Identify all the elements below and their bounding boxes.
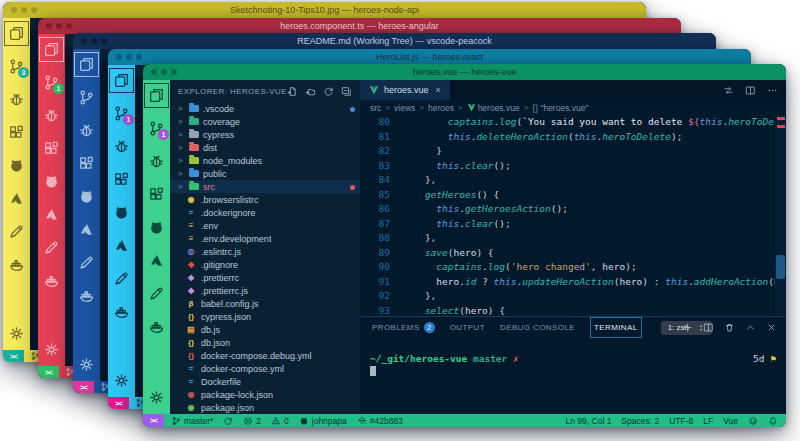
extensions-icon[interactable] bbox=[148, 186, 165, 203]
status-item-ln-99-col-1[interactable]: Ln 99, Col 1 bbox=[566, 416, 612, 426]
window-controls[interactable] bbox=[81, 38, 107, 44]
debug-icon[interactable] bbox=[113, 138, 130, 155]
folder-row-cypress[interactable]: >cypress bbox=[170, 128, 360, 141]
minimize-window-button[interactable] bbox=[56, 23, 62, 29]
github-icon[interactable] bbox=[113, 204, 130, 221]
remote-indicator[interactable]: >< bbox=[38, 366, 59, 378]
extensions-icon[interactable] bbox=[113, 171, 130, 188]
pen-icon[interactable] bbox=[78, 254, 95, 271]
titlebar[interactable]: HeroList.js — heroes-react bbox=[108, 49, 751, 65]
file-row-db.js[interactable]: ▤db.js bbox=[170, 323, 360, 336]
source-control-icon[interactable]: 1 bbox=[148, 120, 165, 137]
titlebar[interactable]: Sketchnoting-10-Tips10.jpg — heroes-node… bbox=[3, 2, 646, 18]
close-window-button[interactable] bbox=[11, 7, 17, 13]
status-item[interactable] bbox=[748, 416, 758, 426]
folder-row-coverage[interactable]: >coverage bbox=[170, 115, 360, 128]
minimize-window-button[interactable] bbox=[91, 38, 97, 44]
status-item-utf-8[interactable]: UTF-8 bbox=[669, 416, 693, 426]
status-item-vue[interactable]: Vue bbox=[723, 416, 738, 426]
more-icon[interactable] bbox=[767, 85, 778, 96]
docker-icon[interactable] bbox=[43, 272, 60, 289]
panel-tab-output[interactable]: OUTPUT bbox=[450, 317, 485, 338]
file-row-Dockerfile[interactable]: ≈Dockerfile bbox=[170, 375, 360, 388]
file-row-babel.config.js[interactable]: βbabel.config.js bbox=[170, 297, 360, 310]
status-item-2[interactable]: 2 bbox=[243, 416, 261, 426]
files-icon[interactable] bbox=[8, 25, 25, 42]
folder-row-node_modules[interactable]: >node_modules bbox=[170, 154, 360, 167]
titlebar[interactable]: README.md (Working Tree) — vscode-peacoc… bbox=[73, 33, 716, 49]
collapse-all-icon[interactable] bbox=[341, 86, 352, 97]
status-item[interactable] bbox=[768, 416, 778, 426]
close-icon[interactable] bbox=[766, 322, 777, 333]
azure-icon[interactable] bbox=[78, 221, 95, 238]
source-control-icon[interactable]: 3 bbox=[8, 58, 25, 75]
github-icon[interactable] bbox=[148, 219, 165, 236]
swap-icon[interactable] bbox=[723, 85, 734, 96]
gear-icon[interactable] bbox=[8, 325, 25, 342]
code-editor[interactable]: 80 captains.log(`You said you want to de… bbox=[360, 115, 775, 317]
editor-scrollbar[interactable] bbox=[775, 115, 786, 317]
files-icon[interactable] bbox=[78, 56, 95, 73]
file-row-db.json[interactable]: {}db.json bbox=[170, 336, 360, 349]
titlebar[interactable]: heroes.vue — heroes-vue bbox=[143, 64, 786, 80]
docker-icon[interactable] bbox=[8, 256, 25, 273]
debug-icon[interactable] bbox=[8, 91, 25, 108]
files-icon[interactable] bbox=[43, 41, 60, 58]
breadcrumb-item[interactable]: views bbox=[394, 103, 415, 113]
split-icon[interactable] bbox=[703, 322, 714, 333]
titlebar[interactable]: heroes.component.ts — heroes-angular bbox=[38, 18, 681, 34]
window-controls[interactable] bbox=[151, 69, 177, 75]
azure-icon[interactable] bbox=[148, 252, 165, 269]
debug-icon[interactable] bbox=[148, 153, 165, 170]
github-icon[interactable] bbox=[78, 188, 95, 205]
chevron-up-icon[interactable] bbox=[745, 322, 756, 333]
minimize-window-button[interactable] bbox=[161, 69, 167, 75]
status-item-master-[interactable]: master* bbox=[171, 416, 213, 426]
docker-icon[interactable] bbox=[78, 287, 95, 304]
gear-icon[interactable] bbox=[78, 356, 95, 373]
remote-indicator[interactable]: >< bbox=[108, 397, 129, 409]
file-row-.browserslistrc[interactable]: ◉.browserslistrc bbox=[170, 193, 360, 206]
file-row-.prettierrc.js[interactable]: ◈.prettierrc.js bbox=[170, 284, 360, 297]
pen-icon[interactable] bbox=[43, 239, 60, 256]
status-item-spaces-2[interactable]: Spaces: 2 bbox=[621, 416, 659, 426]
scrollbar-thumb[interactable] bbox=[776, 255, 785, 279]
status-item--42b883[interactable]: #42b883 bbox=[357, 416, 403, 426]
pen-icon[interactable] bbox=[8, 223, 25, 240]
debug-icon[interactable] bbox=[78, 122, 95, 139]
files-icon[interactable] bbox=[113, 72, 130, 89]
extensions-icon[interactable] bbox=[43, 140, 60, 157]
terminal[interactable]: ~/_git/heroes-vue master ✗ 5d ⚑ bbox=[360, 338, 786, 414]
trash-icon[interactable] bbox=[724, 322, 735, 333]
pen-icon[interactable] bbox=[148, 285, 165, 302]
docker-icon[interactable] bbox=[113, 303, 130, 320]
zoom-window-button[interactable] bbox=[31, 7, 37, 13]
azure-icon[interactable] bbox=[113, 237, 130, 254]
new-file-icon[interactable] bbox=[287, 86, 298, 97]
file-row-.env.development[interactable]: ≡.env.development bbox=[170, 232, 360, 245]
minimize-window-button[interactable] bbox=[21, 7, 27, 13]
file-row-cypress.json[interactable]: {}cypress.json bbox=[170, 310, 360, 323]
close-window-button[interactable] bbox=[116, 54, 122, 60]
azure-icon[interactable] bbox=[8, 190, 25, 207]
status-item-lf[interactable]: LF bbox=[703, 416, 713, 426]
folder-row-public[interactable]: >public bbox=[170, 167, 360, 180]
close-window-button[interactable] bbox=[46, 23, 52, 29]
close-tab-icon[interactable]: × bbox=[436, 85, 441, 95]
status-item-johnpapa[interactable]: johnpapa bbox=[299, 416, 347, 426]
panel-tab-debug-console[interactable]: DEBUG CONSOLE bbox=[500, 317, 575, 338]
file-row-docker-compose.yml[interactable]: ≈docker-compose.yml bbox=[170, 362, 360, 375]
window-controls[interactable] bbox=[11, 7, 37, 13]
zoom-window-button[interactable] bbox=[66, 23, 72, 29]
folder-row-dist[interactable]: >dist bbox=[170, 141, 360, 154]
source-control-icon[interactable] bbox=[78, 89, 95, 106]
remote-indicator[interactable]: >< bbox=[143, 414, 164, 427]
window-controls[interactable] bbox=[46, 23, 72, 29]
source-control-icon[interactable]: 1 bbox=[43, 74, 60, 91]
pen-icon[interactable] bbox=[113, 270, 130, 287]
minimize-window-button[interactable] bbox=[126, 54, 132, 60]
gear-icon[interactable] bbox=[43, 341, 60, 358]
zoom-window-button[interactable] bbox=[101, 38, 107, 44]
debug-icon[interactable] bbox=[43, 107, 60, 124]
plus-icon[interactable] bbox=[682, 322, 693, 333]
